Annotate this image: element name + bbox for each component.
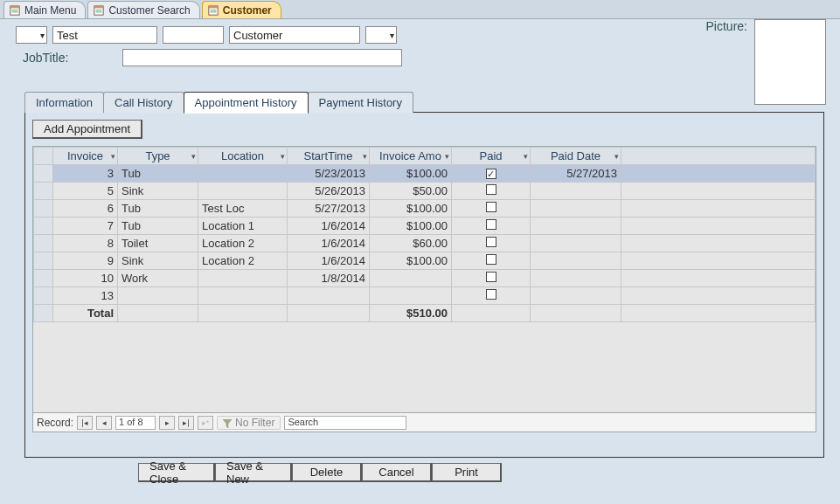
cell-amount[interactable]: $50.00 [370, 183, 452, 200]
nav-new-button[interactable]: ▸* [198, 416, 213, 430]
table-row[interactable]: 5Sink5/26/2013$50.00 [34, 183, 816, 200]
doc-tab-customer[interactable]: Customer [202, 1, 281, 18]
cell-invoice[interactable]: 9 [53, 252, 118, 270]
nav-next-button[interactable]: ▸ [159, 416, 175, 430]
last-name-field[interactable]: Customer [229, 26, 360, 44]
paid-checkbox[interactable] [486, 254, 496, 265]
cell-location[interactable]: Location 2 [198, 235, 288, 252]
cell-paid-date[interactable] [531, 200, 621, 217]
cell-paid-date[interactable] [531, 270, 621, 287]
cell-paid-date[interactable] [531, 287, 621, 305]
tab-appointment-history[interactable]: Appointment History [184, 92, 309, 114]
cell-paid[interactable]: ✓ [452, 165, 531, 183]
chevron-down-icon[interactable]: ▾ [445, 152, 449, 161]
cell-amount[interactable]: $100.00 [370, 200, 452, 217]
cell-invoice[interactable]: 5 [53, 183, 118, 200]
cell-paid[interactable] [452, 217, 531, 235]
col-header-starttime[interactable]: StartTime▾ [288, 148, 370, 165]
row-selector-header[interactable] [34, 148, 53, 165]
save-new-button[interactable]: Save & New [215, 463, 292, 482]
row-selector[interactable] [34, 270, 53, 287]
chevron-down-icon[interactable]: ▾ [281, 152, 285, 161]
cell-paid[interactable] [452, 287, 531, 305]
cell-location[interactable]: Location 1 [198, 217, 288, 235]
cell-starttime[interactable]: 5/26/2013 [288, 183, 370, 200]
cell-paid-date[interactable] [531, 217, 621, 235]
cell-location[interactable] [198, 287, 288, 305]
row-selector[interactable] [34, 183, 53, 200]
cell-type[interactable]: Tub [118, 217, 198, 235]
col-header-paid[interactable]: Paid▾ [452, 148, 531, 165]
tab-call-history[interactable]: Call History [103, 92, 184, 113]
cell-starttime[interactable] [288, 287, 370, 305]
chevron-down-icon[interactable]: ▾ [614, 152, 619, 161]
table-row[interactable]: 7TubLocation 11/6/2014$100.00 [34, 217, 816, 235]
cell-paid-date[interactable]: 5/27/2013 [531, 165, 621, 183]
paid-checkbox[interactable] [486, 184, 496, 195]
middle-name-field[interactable] [163, 26, 224, 44]
cancel-button[interactable]: Cancel [362, 463, 432, 482]
cell-amount[interactable] [370, 270, 452, 287]
cell-starttime[interactable]: 1/6/2014 [288, 217, 370, 235]
cell-starttime[interactable]: 1/8/2014 [288, 270, 370, 287]
record-position[interactable]: 1 of 8 [115, 416, 156, 430]
row-selector[interactable] [34, 235, 53, 252]
nav-first-button[interactable]: |◂ [77, 416, 93, 430]
paid-checkbox[interactable] [486, 289, 496, 300]
add-appointment-button[interactable]: Add Appointment [32, 120, 142, 139]
cell-paid[interactable] [452, 183, 531, 200]
paid-checkbox[interactable]: ✓ [486, 169, 496, 179]
cell-amount[interactable]: $100.00 [370, 217, 452, 235]
col-header-location[interactable]: Location▾ [198, 148, 288, 165]
cell-amount[interactable] [370, 287, 452, 305]
cell-type[interactable]: Sink [118, 252, 198, 270]
cell-type[interactable]: Tub [118, 165, 198, 183]
tab-payment-history[interactable]: Payment History [308, 92, 413, 113]
cell-paid[interactable] [452, 200, 531, 217]
row-selector[interactable] [34, 287, 53, 305]
nav-prev-button[interactable]: ◂ [96, 416, 112, 430]
prefix-select[interactable]: ▾ [16, 26, 47, 44]
delete-button[interactable]: Delete [292, 463, 362, 482]
cell-amount[interactable]: $100.00 [370, 165, 452, 183]
chevron-down-icon[interactable]: ▾ [111, 152, 115, 161]
save-close-button[interactable]: Save & Close [138, 463, 215, 482]
cell-starttime[interactable]: 5/23/2013 [288, 165, 370, 183]
first-name-field[interactable]: Test [52, 26, 157, 44]
cell-paid[interactable] [452, 270, 531, 287]
cell-amount[interactable]: $60.00 [370, 235, 452, 252]
chevron-down-icon[interactable]: ▾ [524, 152, 528, 161]
table-row[interactable]: 9SinkLocation 21/6/2014$100.00 [34, 252, 816, 270]
print-button[interactable]: Print [432, 463, 502, 482]
filter-indicator[interactable]: No Filter [217, 416, 281, 430]
search-input[interactable]: Search [284, 416, 406, 430]
cell-invoice[interactable]: 3 [53, 165, 118, 183]
col-header-invoice[interactable]: Invoice▾ [53, 148, 118, 165]
cell-location[interactable] [198, 183, 288, 200]
cell-type[interactable]: Work [118, 270, 198, 287]
cell-paid-date[interactable] [531, 183, 621, 200]
cell-type[interactable]: Sink [118, 183, 198, 200]
cell-location[interactable]: Test Loc [198, 200, 288, 217]
paid-checkbox[interactable] [486, 202, 496, 212]
cell-invoice[interactable]: 8 [53, 235, 118, 252]
tab-information[interactable]: Information [24, 92, 104, 113]
cell-type[interactable] [118, 287, 198, 305]
cell-starttime[interactable]: 1/6/2014 [288, 252, 370, 270]
cell-amount[interactable]: $100.00 [370, 252, 452, 270]
row-selector[interactable] [34, 252, 53, 270]
cell-starttime[interactable]: 1/6/2014 [288, 235, 370, 252]
cell-invoice[interactable]: 7 [53, 217, 118, 235]
nav-last-button[interactable]: ▸| [178, 416, 194, 430]
cell-starttime[interactable]: 5/27/2013 [288, 200, 370, 217]
doc-tab-customer-search[interactable]: Customer Search [87, 1, 199, 18]
cell-type[interactable]: Tub [118, 200, 198, 217]
doc-tab-main-menu[interactable]: Main Menu [3, 1, 86, 18]
cell-location[interactable] [198, 270, 288, 287]
paid-checkbox[interactable] [486, 272, 496, 282]
table-row[interactable]: 3Tub5/23/2013$100.00✓5/27/2013 [34, 165, 816, 183]
cell-invoice[interactable]: 10 [53, 270, 118, 287]
chevron-down-icon[interactable]: ▾ [363, 152, 367, 161]
cell-location[interactable] [198, 165, 288, 183]
table-row[interactable]: 6TubTest Loc5/27/2013$100.00 [34, 200, 816, 217]
